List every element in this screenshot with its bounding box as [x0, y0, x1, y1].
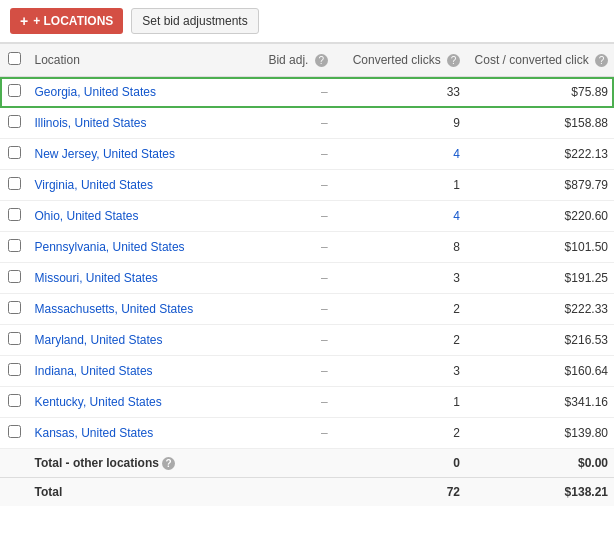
row-checkbox[interactable] — [8, 332, 21, 345]
footer-bid-adj — [232, 449, 334, 478]
row-bid-adj: – — [232, 201, 334, 232]
table-row: Virginia, United States – 1 $879.79 — [0, 170, 614, 201]
row-cost: $101.50 — [466, 232, 614, 263]
row-bid-adj: – — [232, 325, 334, 356]
location-link[interactable]: Georgia, United States — [34, 85, 155, 99]
row-cost: $158.88 — [466, 108, 614, 139]
cost-per-converted-help-icon[interactable]: ? — [595, 54, 608, 67]
row-location: Ohio, United States — [28, 201, 232, 232]
location-link[interactable]: Ohio, United States — [34, 209, 138, 223]
row-converted-clicks: 3 — [334, 263, 466, 294]
row-checkbox[interactable] — [8, 239, 21, 252]
row-bid-adj: – — [232, 139, 334, 170]
header-converted-clicks: Converted clicks ? — [334, 44, 466, 77]
row-location: Kansas, United States — [28, 418, 232, 449]
table-row: Ohio, United States – 4 $220.60 — [0, 201, 614, 232]
row-checkbox-cell — [0, 356, 28, 387]
location-link[interactable]: Pennsylvania, United States — [34, 240, 184, 254]
row-checkbox-cell — [0, 387, 28, 418]
bid-adj-value: – — [321, 116, 328, 130]
table-row: New Jersey, United States – 4 $222.13 — [0, 139, 614, 170]
converted-clicks-value: 8 — [453, 240, 460, 254]
footer-converted-clicks: 0 — [334, 449, 466, 478]
location-link[interactable]: Virginia, United States — [34, 178, 153, 192]
row-checkbox[interactable] — [8, 363, 21, 376]
location-link[interactable]: Missouri, United States — [34, 271, 157, 285]
row-location: Indiana, United States — [28, 356, 232, 387]
footer-clicks-value: 72 — [447, 485, 460, 499]
footer-help-icon[interactable]: ? — [162, 457, 175, 470]
cost-value: $222.33 — [565, 302, 608, 316]
locations-button[interactable]: + + LOCATIONS — [10, 8, 123, 34]
location-link[interactable]: Kansas, United States — [34, 426, 153, 440]
row-bid-adj: – — [232, 108, 334, 139]
row-converted-clicks: 3 — [334, 356, 466, 387]
row-location: Illinois, United States — [28, 108, 232, 139]
converted-clicks-link[interactable]: 4 — [453, 209, 460, 223]
row-checkbox[interactable] — [8, 177, 21, 190]
location-link[interactable]: Indiana, United States — [34, 364, 152, 378]
row-converted-clicks: 2 — [334, 325, 466, 356]
row-checkbox[interactable] — [8, 115, 21, 128]
footer-converted-clicks: 72 — [334, 478, 466, 507]
row-bid-adj: – — [232, 387, 334, 418]
row-converted-clicks: 4 — [334, 201, 466, 232]
row-location: New Jersey, United States — [28, 139, 232, 170]
row-checkbox[interactable] — [8, 146, 21, 159]
row-location: Georgia, United States — [28, 77, 232, 108]
row-checkbox-cell — [0, 170, 28, 201]
cost-value: $222.13 — [565, 147, 608, 161]
row-checkbox[interactable] — [8, 425, 21, 438]
row-checkbox[interactable] — [8, 208, 21, 221]
footer-checkbox-cell — [0, 449, 28, 478]
footer-label-text: Total - other locations — [34, 456, 158, 470]
row-bid-adj: – — [232, 294, 334, 325]
row-bid-adj: – — [232, 77, 334, 108]
row-location: Missouri, United States — [28, 263, 232, 294]
converted-clicks-value: 2 — [453, 426, 460, 440]
location-link[interactable]: Maryland, United States — [34, 333, 162, 347]
converted-clicks-value: 3 — [453, 364, 460, 378]
row-checkbox-cell — [0, 201, 28, 232]
bid-adj-value: – — [321, 209, 328, 223]
row-checkbox[interactable] — [8, 301, 21, 314]
row-bid-adj: – — [232, 356, 334, 387]
row-checkbox-cell — [0, 325, 28, 356]
row-checkbox[interactable] — [8, 84, 21, 97]
converted-clicks-link[interactable]: 4 — [453, 147, 460, 161]
converted-clicks-value: 9 — [453, 116, 460, 130]
bid-adj-help-icon[interactable]: ? — [315, 54, 328, 67]
location-link[interactable]: Kentucky, United States — [34, 395, 161, 409]
header-cost-per-converted: Cost / converted click ? — [466, 44, 614, 77]
locations-button-label: + LOCATIONS — [33, 14, 113, 28]
footer-cost: $138.21 — [466, 478, 614, 507]
row-converted-clicks: 2 — [334, 294, 466, 325]
row-location: Pennsylvania, United States — [28, 232, 232, 263]
footer-row: Total 72 $138.21 — [0, 478, 614, 507]
row-checkbox[interactable] — [8, 270, 21, 283]
cost-value: $101.50 — [565, 240, 608, 254]
row-checkbox[interactable] — [8, 394, 21, 407]
bid-adjustment-button[interactable]: Set bid adjustments — [131, 8, 258, 34]
row-location: Virginia, United States — [28, 170, 232, 201]
bid-adj-value: – — [321, 426, 328, 440]
location-link[interactable]: New Jersey, United States — [34, 147, 175, 161]
select-all-checkbox[interactable] — [8, 52, 21, 65]
header-location: Location — [28, 44, 232, 77]
row-converted-clicks: 4 — [334, 139, 466, 170]
row-cost: $139.80 — [466, 418, 614, 449]
bid-adj-value: – — [321, 240, 328, 254]
converted-clicks-value: 33 — [447, 85, 460, 99]
cost-value: $160.64 — [565, 364, 608, 378]
location-link[interactable]: Illinois, United States — [34, 116, 146, 130]
location-link[interactable]: Massachusetts, United States — [34, 302, 193, 316]
table-row: Illinois, United States – 9 $158.88 — [0, 108, 614, 139]
row-checkbox-cell — [0, 263, 28, 294]
row-cost: $222.33 — [466, 294, 614, 325]
footer-cost-value: $0.00 — [578, 456, 608, 470]
row-checkbox-cell — [0, 77, 28, 108]
converted-clicks-value: 2 — [453, 302, 460, 316]
footer-checkbox-cell — [0, 478, 28, 507]
table-row: Kentucky, United States – 1 $341.16 — [0, 387, 614, 418]
converted-clicks-help-icon[interactable]: ? — [447, 54, 460, 67]
